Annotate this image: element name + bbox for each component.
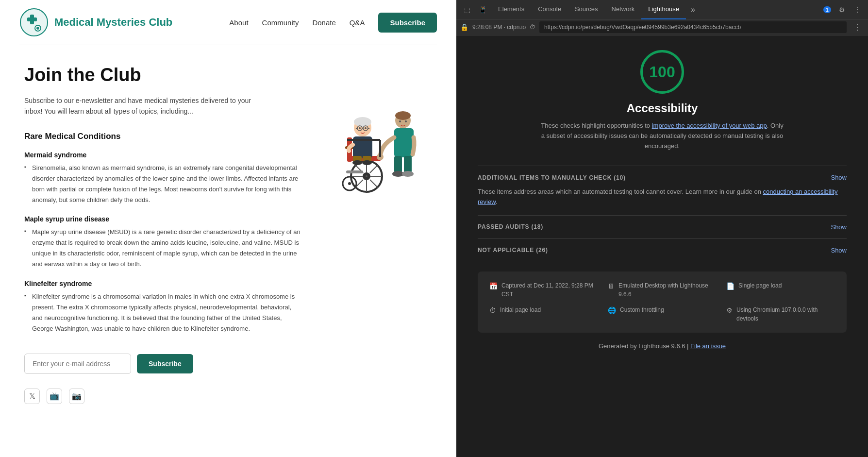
svg-point-44 <box>402 171 414 177</box>
footer-page-load-type: 📄 Single page load <box>726 281 835 299</box>
footer-emulated: 🖥 Emulated Desktop with Lighthouse 9.6.6 <box>608 281 717 299</box>
svg-rect-21 <box>346 170 363 173</box>
timer-icon: ⏱ <box>489 306 496 314</box>
svg-point-38 <box>399 120 401 122</box>
footer-chromium: ⚙ Using Chromium 107.0.0.0 with devtools <box>726 305 835 323</box>
secure-icon: 🔒 <box>460 23 468 31</box>
lighthouse-footer: 📅 Captured at Dec 11, 2022, 9:28 PM CST … <box>478 271 847 333</box>
svg-point-25 <box>365 127 367 129</box>
audit-section-manual-header[interactable]: ADDITIONAL ITEMS TO MANUALLY CHECK (10) … <box>478 174 847 181</box>
email-section: Subscribe <box>24 354 432 374</box>
logo-icon <box>19 8 49 37</box>
audit-section-passed-header[interactable]: PASSED AUDITS (18) Show <box>478 223 847 231</box>
hero-section: Join the Club Subscribe to our e-newslet… <box>24 65 432 334</box>
audit-section-manual-body: These items address areas which an autom… <box>478 187 847 207</box>
nav-logo[interactable]: Medical Mysteries Club <box>19 8 172 37</box>
main-content: Join the Club Subscribe to our e-newslet… <box>19 65 437 404</box>
clock-icon: ⏱ <box>530 24 535 31</box>
tab-sources[interactable]: Sources <box>568 0 605 19</box>
svg-rect-42 <box>404 156 412 173</box>
svg-rect-40 <box>394 128 414 157</box>
tab-lighthouse[interactable]: Lighthouse <box>641 0 686 19</box>
twitch-icon[interactable]: 📺 <box>47 389 62 404</box>
footer-captured-text: Captured at Dec 11, 2022, 9:28 PM CST <box>501 281 598 299</box>
instagram-icon[interactable]: 📷 <box>69 389 84 404</box>
svg-point-17 <box>348 182 351 185</box>
device-icon[interactable]: 📱 <box>476 3 489 17</box>
lighthouse-content: 100 Accessibility These checks highlight… <box>456 35 868 457</box>
svg-line-30 <box>368 128 369 129</box>
condition-2-title: Maple syrup urine disease <box>24 215 301 223</box>
condition-3-text: Klinefelter syndrome is a chromosomal va… <box>24 291 301 334</box>
twitter-icon[interactable]: 𝕏 <box>24 389 40 404</box>
nav-about[interactable]: About <box>229 18 248 27</box>
svg-point-23 <box>354 117 371 127</box>
generated-by: Generated by Lighthouse 9.6.6 | File an … <box>599 342 726 350</box>
social-icons: 𝕏 📺 📷 <box>24 389 432 404</box>
tab-console[interactable]: Console <box>531 0 568 19</box>
url-bar[interactable] <box>539 21 847 33</box>
audit-section-manual-show[interactable]: Show <box>831 174 847 181</box>
nav-donate[interactable]: Donate <box>312 18 335 27</box>
email-input[interactable] <box>24 354 131 374</box>
hero-image <box>320 65 432 334</box>
settings-icon[interactable]: ⚙ <box>835 3 849 17</box>
footer-throttling: 🌐 Custom throttling <box>608 305 717 323</box>
page-icon: 📄 <box>726 282 734 290</box>
condition-3-title: Klinefelter syndrome <box>24 280 301 288</box>
tab-elements[interactable]: Elements <box>491 0 531 19</box>
audit-section-na: NOT APPLICABLE (26) Show <box>478 238 847 262</box>
nav-qa[interactable]: Q&A <box>350 18 365 27</box>
calendar-icon: 📅 <box>489 282 498 290</box>
wheelchair-illustration <box>323 69 430 196</box>
footer-emulated-text: Emulated Desktop with Lighthouse 9.6.6 <box>618 281 717 299</box>
condition-3: Klinefelter syndrome Klinefelter syndrom… <box>24 280 301 334</box>
audit-sections: ADDITIONAL ITEMS TO MANUALLY CHECK (10) … <box>478 166 847 262</box>
svg-rect-2 <box>27 17 37 21</box>
time-display: 9:28:08 PM · cdpn.io <box>472 24 526 31</box>
audit-section-passed-title: PASSED AUDITS (18) <box>478 223 543 230</box>
more-options-icon[interactable]: ⋮ <box>851 3 864 17</box>
more-tabs-icon[interactable]: » <box>686 0 700 19</box>
desc-link[interactable]: improve the accessibility of your web ap… <box>652 122 767 129</box>
condition-1-text: Sirenomelia, also known as mermaid syndr… <box>24 163 301 205</box>
devtools-toolbar: ⬚ 📱 Elements Console Sources Network Lig… <box>456 0 868 19</box>
footer-page-load-type-text: Single page load <box>738 281 782 290</box>
audit-section-na-header[interactable]: NOT APPLICABLE (26) Show <box>478 247 847 254</box>
nav-subscribe-button[interactable]: Subscribe <box>378 13 437 33</box>
file-issue-link[interactable]: File an issue <box>690 342 726 350</box>
network-icon: 🌐 <box>608 306 616 314</box>
devtools-panel: ⬚ 📱 Elements Console Sources Network Lig… <box>456 0 868 457</box>
gear-icon: ⚙ <box>726 306 733 314</box>
footer-initial-load: ⏱ Initial page load <box>489 305 598 323</box>
svg-line-14 <box>370 165 378 173</box>
svg-line-13 <box>370 180 378 187</box>
condition-1: Mermaid syndrome Sirenomelia, also known… <box>24 151 301 205</box>
lighthouse-description: These checks highlight opportunities to … <box>541 121 784 151</box>
score-value: 100 <box>649 63 675 81</box>
footer-chromium-text: Using Chromium 107.0.0.0 with devtools <box>736 305 835 323</box>
audit-section-manual-title: ADDITIONAL ITEMS TO MANUALLY CHECK (10) <box>478 174 626 181</box>
conditions-heading: Rare Medical Conditions <box>24 132 301 141</box>
lighthouse-title: Accessibility <box>627 102 698 115</box>
inspect-icon[interactable]: ⬚ <box>460 3 474 17</box>
desc-pre: These checks highlight opportunities to <box>541 122 651 129</box>
svg-point-34 <box>352 160 362 165</box>
audit-section-passed-show[interactable]: Show <box>831 223 847 231</box>
svg-point-24 <box>359 127 361 129</box>
tab-network[interactable]: Network <box>605 0 642 19</box>
url-menu-dots[interactable]: ⋮ <box>851 22 864 33</box>
svg-point-4 <box>36 27 39 30</box>
navbar: Medical Mysteries Club About Community D… <box>19 0 437 45</box>
manual-body-post: . <box>496 198 498 205</box>
nav-community[interactable]: Community <box>262 18 299 27</box>
tab-badge: 1 <box>823 6 831 13</box>
audit-section-na-show[interactable]: Show <box>831 247 847 254</box>
generated-pre: Generated by Lighthouse 9.6.6 | <box>599 342 690 350</box>
email-subscribe-button[interactable]: Subscribe <box>137 354 193 373</box>
audit-section-passed: PASSED AUDITS (18) Show <box>478 215 847 238</box>
intro-text: Subscribe to our e-newsletter and have m… <box>24 95 252 117</box>
condition-1-title: Mermaid syndrome <box>24 151 301 159</box>
svg-point-37 <box>395 111 411 120</box>
audit-section-na-title: NOT APPLICABLE (26) <box>478 247 548 254</box>
